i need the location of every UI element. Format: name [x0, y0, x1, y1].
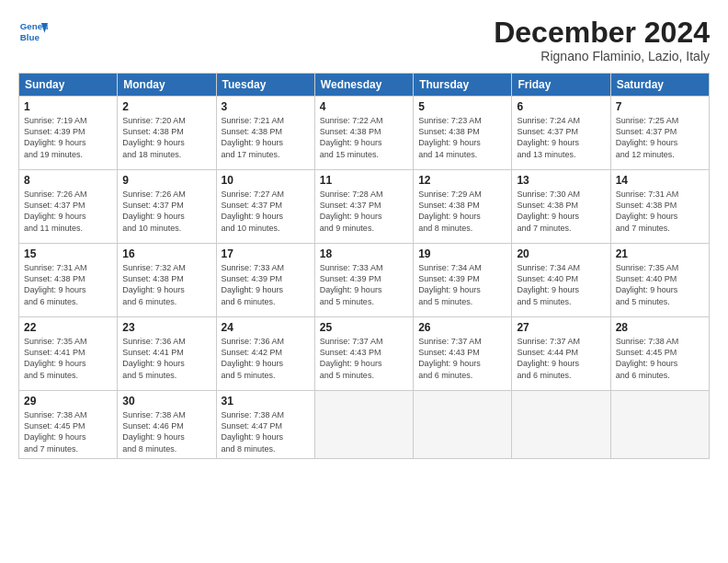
- calendar-cell: 20Sunrise: 7:34 AMSunset: 4:40 PMDayligh…: [512, 244, 610, 317]
- day-number: 2: [122, 100, 210, 113]
- calendar-cell: [314, 391, 413, 459]
- calendar-cell: [610, 391, 709, 459]
- calendar-cell: 2Sunrise: 7:20 AMSunset: 4:38 PMDaylight…: [118, 97, 216, 170]
- calendar-cell: 31Sunrise: 7:38 AMSunset: 4:47 PMDayligh…: [216, 391, 314, 459]
- day-number: 24: [222, 321, 310, 334]
- calendar-cell: 8Sunrise: 7:26 AMSunset: 4:37 PMDaylight…: [19, 170, 118, 244]
- day-number: 26: [418, 321, 506, 334]
- day-info: Sunrise: 7:38 AMSunset: 4:45 PMDaylight:…: [616, 336, 704, 381]
- calendar-cell: 15Sunrise: 7:31 AMSunset: 4:38 PMDayligh…: [19, 244, 118, 317]
- day-info: Sunrise: 7:37 AMSunset: 4:43 PMDaylight:…: [320, 336, 408, 381]
- calendar-week-row: 29Sunrise: 7:38 AMSunset: 4:45 PMDayligh…: [19, 391, 710, 459]
- calendar-cell: 17Sunrise: 7:33 AMSunset: 4:39 PMDayligh…: [216, 244, 314, 317]
- day-info: Sunrise: 7:34 AMSunset: 4:39 PMDaylight:…: [418, 262, 506, 307]
- weekday-header-tuesday: Tuesday: [216, 74, 314, 97]
- calendar-cell: 29Sunrise: 7:38 AMSunset: 4:45 PMDayligh…: [19, 391, 118, 459]
- day-number: 22: [24, 321, 112, 334]
- page: General Blue December 2024 Rignano Flami…: [0, 0, 728, 563]
- calendar-cell: 10Sunrise: 7:27 AMSunset: 4:37 PMDayligh…: [216, 170, 314, 244]
- day-info: Sunrise: 7:30 AMSunset: 4:38 PMDaylight:…: [517, 189, 605, 234]
- weekday-header-sunday: Sunday: [19, 74, 118, 97]
- day-number: 1: [24, 100, 112, 113]
- day-info: Sunrise: 7:25 AMSunset: 4:37 PMDaylight:…: [616, 115, 704, 160]
- location-title: Rignano Flaminio, Lazio, Italy: [494, 49, 710, 63]
- day-info: Sunrise: 7:23 AMSunset: 4:38 PMDaylight:…: [418, 115, 506, 160]
- calendar-table: SundayMondayTuesdayWednesdayThursdayFrid…: [18, 73, 710, 459]
- calendar-week-row: 1Sunrise: 7:19 AMSunset: 4:39 PMDaylight…: [19, 97, 710, 170]
- day-info: Sunrise: 7:31 AMSunset: 4:38 PMDaylight:…: [616, 189, 704, 234]
- day-info: Sunrise: 7:33 AMSunset: 4:39 PMDaylight:…: [222, 262, 310, 307]
- calendar-cell: 3Sunrise: 7:21 AMSunset: 4:38 PMDaylight…: [216, 97, 314, 170]
- day-number: 10: [222, 174, 310, 187]
- day-info: Sunrise: 7:21 AMSunset: 4:38 PMDaylight:…: [222, 115, 310, 160]
- day-info: Sunrise: 7:36 AMSunset: 4:42 PMDaylight:…: [222, 336, 310, 381]
- day-number: 6: [517, 100, 605, 113]
- header: General Blue December 2024 Rignano Flami…: [18, 17, 710, 63]
- calendar-week-row: 22Sunrise: 7:35 AMSunset: 4:41 PMDayligh…: [19, 317, 710, 391]
- day-info: Sunrise: 7:36 AMSunset: 4:41 PMDaylight:…: [122, 336, 210, 381]
- calendar-cell: [414, 391, 512, 459]
- weekday-header-saturday: Saturday: [610, 74, 709, 97]
- day-info: Sunrise: 7:32 AMSunset: 4:38 PMDaylight:…: [122, 262, 210, 307]
- calendar-cell: 25Sunrise: 7:37 AMSunset: 4:43 PMDayligh…: [314, 317, 413, 391]
- weekday-header-row: SundayMondayTuesdayWednesdayThursdayFrid…: [19, 74, 710, 97]
- calendar-cell: 7Sunrise: 7:25 AMSunset: 4:37 PMDaylight…: [610, 97, 709, 170]
- title-block: December 2024 Rignano Flaminio, Lazio, I…: [494, 17, 710, 63]
- day-number: 16: [122, 247, 210, 260]
- calendar-cell: [512, 391, 610, 459]
- calendar-cell: 4Sunrise: 7:22 AMSunset: 4:38 PMDaylight…: [314, 97, 413, 170]
- day-number: 12: [418, 174, 506, 187]
- day-number: 27: [517, 321, 605, 334]
- weekday-header-thursday: Thursday: [414, 74, 512, 97]
- day-number: 7: [616, 100, 704, 113]
- calendar-cell: 19Sunrise: 7:34 AMSunset: 4:39 PMDayligh…: [414, 244, 512, 317]
- calendar-cell: 13Sunrise: 7:30 AMSunset: 4:38 PMDayligh…: [512, 170, 610, 244]
- logo-icon: General Blue: [18, 17, 48, 46]
- day-info: Sunrise: 7:38 AMSunset: 4:47 PMDaylight:…: [222, 409, 310, 454]
- day-info: Sunrise: 7:33 AMSunset: 4:39 PMDaylight:…: [320, 262, 408, 307]
- day-info: Sunrise: 7:38 AMSunset: 4:45 PMDaylight:…: [24, 409, 112, 454]
- day-info: Sunrise: 7:27 AMSunset: 4:37 PMDaylight:…: [222, 189, 310, 234]
- day-info: Sunrise: 7:24 AMSunset: 4:37 PMDaylight:…: [517, 115, 605, 160]
- day-info: Sunrise: 7:28 AMSunset: 4:37 PMDaylight:…: [320, 189, 408, 234]
- calendar-cell: 30Sunrise: 7:38 AMSunset: 4:46 PMDayligh…: [118, 391, 216, 459]
- day-info: Sunrise: 7:29 AMSunset: 4:38 PMDaylight:…: [418, 189, 506, 234]
- day-info: Sunrise: 7:34 AMSunset: 4:40 PMDaylight:…: [517, 262, 605, 307]
- calendar-cell: 28Sunrise: 7:38 AMSunset: 4:45 PMDayligh…: [610, 317, 709, 391]
- day-number: 23: [122, 321, 210, 334]
- day-info: Sunrise: 7:37 AMSunset: 4:44 PMDaylight:…: [517, 336, 605, 381]
- calendar-cell: 9Sunrise: 7:26 AMSunset: 4:37 PMDaylight…: [118, 170, 216, 244]
- day-number: 30: [122, 395, 210, 408]
- day-number: 28: [616, 321, 704, 334]
- calendar-cell: 6Sunrise: 7:24 AMSunset: 4:37 PMDaylight…: [512, 97, 610, 170]
- weekday-header-wednesday: Wednesday: [314, 74, 413, 97]
- day-number: 3: [222, 100, 310, 113]
- weekday-header-friday: Friday: [512, 74, 610, 97]
- day-info: Sunrise: 7:35 AMSunset: 4:41 PMDaylight:…: [24, 336, 112, 381]
- day-info: Sunrise: 7:22 AMSunset: 4:38 PMDaylight:…: [320, 115, 408, 160]
- day-number: 21: [616, 247, 704, 260]
- calendar-cell: 5Sunrise: 7:23 AMSunset: 4:38 PMDaylight…: [414, 97, 512, 170]
- day-number: 17: [222, 247, 310, 260]
- day-info: Sunrise: 7:20 AMSunset: 4:38 PMDaylight:…: [122, 115, 210, 160]
- calendar-cell: 11Sunrise: 7:28 AMSunset: 4:37 PMDayligh…: [314, 170, 413, 244]
- day-info: Sunrise: 7:31 AMSunset: 4:38 PMDaylight:…: [24, 262, 112, 307]
- day-info: Sunrise: 7:37 AMSunset: 4:43 PMDaylight:…: [418, 336, 506, 381]
- calendar-cell: 23Sunrise: 7:36 AMSunset: 4:41 PMDayligh…: [118, 317, 216, 391]
- day-number: 11: [320, 174, 408, 187]
- day-info: Sunrise: 7:26 AMSunset: 4:37 PMDaylight:…: [24, 189, 112, 234]
- day-number: 5: [418, 100, 506, 113]
- day-number: 13: [517, 174, 605, 187]
- calendar-cell: 22Sunrise: 7:35 AMSunset: 4:41 PMDayligh…: [19, 317, 118, 391]
- calendar-cell: 27Sunrise: 7:37 AMSunset: 4:44 PMDayligh…: [512, 317, 610, 391]
- day-number: 15: [24, 247, 112, 260]
- day-number: 29: [24, 395, 112, 408]
- day-number: 14: [616, 174, 704, 187]
- logo: General Blue: [18, 17, 48, 46]
- weekday-header-monday: Monday: [118, 74, 216, 97]
- day-number: 9: [122, 174, 210, 187]
- day-number: 25: [320, 321, 408, 334]
- calendar-week-row: 15Sunrise: 7:31 AMSunset: 4:38 PMDayligh…: [19, 244, 710, 317]
- day-number: 4: [320, 100, 408, 113]
- day-number: 20: [517, 247, 605, 260]
